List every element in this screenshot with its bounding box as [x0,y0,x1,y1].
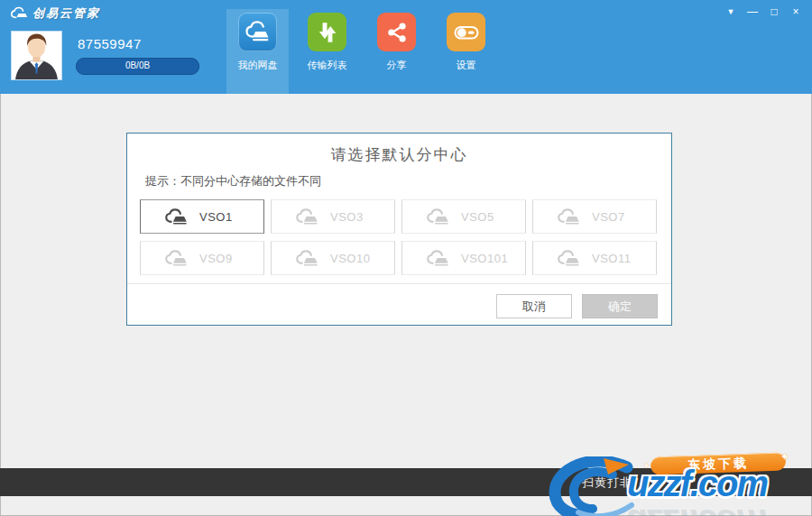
vso-label: VSO3 [330,210,364,224]
watermark-site-reflection: uzzf.com [627,502,767,516]
user-avatar[interactable] [12,32,61,79]
vso-label: VSO5 [461,210,494,224]
cloud-icon [426,249,450,267]
tab-my-drive[interactable]: 我的网盘 [226,9,289,94]
select-center-dialog: 请选择默认分中心 提示：不同分中心存储的文件不同 VSO1 VSO3 VSO5 [126,133,672,326]
dialog-hint: 提示：不同分中心存储的文件不同 [145,173,321,189]
vso-label: VSO1 [199,210,233,224]
tab-label: 分享 [387,59,407,72]
app-logo-cloud-icon [10,6,30,21]
tab-share[interactable]: 分享 [365,9,428,94]
vso-label: VSO9 [199,252,233,265]
tab-label: 设置 [457,59,476,72]
share-nodes-icon [377,13,416,51]
window-controls: ▼ — □ × [720,3,807,21]
vso-option-vso11[interactable]: VSO11 [532,241,657,275]
cloud-icon [426,207,450,226]
vso-option-vso5[interactable]: VSO5 [401,199,526,234]
minimize-icon[interactable]: — [742,3,763,21]
app-title: 创易云管家 [32,5,100,22]
tab-label: 我的网盘 [238,59,278,72]
vso-option-vso101[interactable]: VSO101 [401,241,526,275]
cloud-icon [295,207,319,226]
confirm-button[interactable]: 确定 [582,294,658,318]
cloud-icon [557,249,581,267]
transfer-arrows-icon [308,13,346,51]
sparkle-icon: ✦ [780,451,789,463]
tab-label: 传输列表 [308,59,347,72]
dialog-title: 请选择默认分中心 [127,144,671,165]
cloud-icon [295,249,319,267]
vso-option-vso3[interactable]: VSO3 [271,199,395,234]
cancel-button[interactable]: 取消 [496,294,572,318]
vso-label: VSO7 [592,210,625,224]
footer-bar: 扫黄打非 [0,468,812,496]
header: 创易云管家 ▼ — □ × 87559947 0B/0B [0,0,812,94]
menu-arrow-icon[interactable]: ▼ [720,3,742,21]
cloud-icon [164,249,189,267]
tab-settings[interactable]: 设置 [435,9,497,94]
close-icon[interactable]: × [785,3,807,21]
vso-label: VSO11 [592,252,631,265]
vso-option-vso9[interactable]: VSO9 [140,241,264,275]
vso-options-grid: VSO1 VSO3 VSO5 VSO7 [140,199,657,275]
tab-transfer-list[interactable]: 传输列表 [296,9,358,94]
cloud-icon [557,207,581,226]
toggle-switch-icon [447,13,485,51]
vso-option-vso1[interactable]: VSO1 [140,199,264,234]
vso-option-vso7[interactable]: VSO7 [532,199,657,234]
vso-option-vso10[interactable]: VSO10 [271,241,395,275]
storage-progress-bar: 0B/0B [76,58,199,75]
app-window: 创易云管家 ▼ — □ × 87559947 0B/0B [0,0,812,516]
vso-label: VSO10 [330,252,370,265]
storage-usage-text: 0B/0B [125,60,150,70]
user-id: 87559947 [78,36,142,51]
cloud-drive-icon [238,13,277,51]
dialog-separator [127,283,671,284]
cloud-icon [164,207,189,226]
maximize-icon[interactable]: □ [763,3,785,21]
anti-piracy-link[interactable]: 扫黄打非 [582,475,632,491]
vso-label: VSO101 [461,252,508,265]
toolbar: 我的网盘 传输列表 [226,9,504,94]
